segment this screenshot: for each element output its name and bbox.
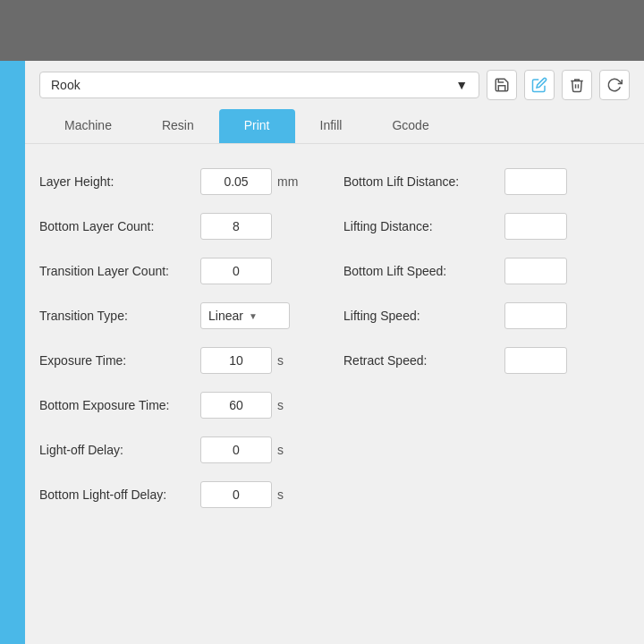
form-left: Layer Height: mm Bottom Layer Count: Tra…: [39, 162, 326, 514]
transition-type-value: Linear: [208, 309, 243, 323]
retract-speed-input[interactable]: [504, 347, 567, 374]
bottom-light-off-delay-row: Bottom Light-off Delay: s: [39, 475, 326, 514]
bottom-light-off-delay-unit: s: [277, 487, 295, 502]
bottom-layer-count-row: Bottom Layer Count:: [39, 207, 326, 246]
bottom-layer-count-label: Bottom Layer Count:: [39, 219, 200, 233]
layer-height-row: Layer Height: mm: [39, 162, 326, 201]
dropdown-arrow-icon: ▼: [455, 78, 468, 92]
light-off-delay-unit: s: [277, 443, 295, 457]
bottom-exposure-time-input[interactable]: [200, 392, 272, 419]
layer-height-label: Layer Height:: [39, 174, 200, 189]
lifting-speed-label: Lifting Speed:: [343, 309, 504, 323]
bottom-exposure-time-unit: s: [277, 398, 295, 412]
retract-speed-label: Retract Speed:: [343, 353, 504, 368]
lifting-distance-row: Lifting Distance:: [343, 207, 630, 246]
transition-type-label: Transition Type:: [39, 309, 200, 323]
profile-name: Rook: [51, 78, 80, 92]
pencil-icon: [531, 77, 547, 93]
tab-machine[interactable]: Machine: [39, 109, 137, 143]
save-icon: [494, 77, 510, 93]
tab-print[interactable]: Print: [219, 109, 295, 143]
transition-type-dropdown[interactable]: Linear ▼: [200, 302, 290, 329]
bottom-lift-distance-input[interactable]: [504, 168, 567, 195]
transition-layer-count-label: Transition Layer Count:: [39, 264, 200, 278]
bottom-exposure-time-label: Bottom Exposure Time:: [39, 398, 200, 412]
refresh-icon: [606, 77, 623, 93]
edit-button[interactable]: [524, 70, 555, 100]
light-off-delay-input[interactable]: [200, 436, 272, 463]
bottom-light-off-delay-label: Bottom Light-off Delay:: [39, 487, 200, 502]
transition-layer-count-input[interactable]: [200, 258, 272, 284]
trash-icon: [569, 77, 585, 93]
lifting-speed-input[interactable]: [504, 302, 567, 329]
layer-height-unit: mm: [277, 174, 295, 189]
transition-type-row: Transition Type: Linear ▼: [39, 296, 326, 335]
bottom-lift-speed-label: Bottom Lift Speed:: [343, 264, 504, 278]
bottom-lift-distance-label: Bottom Lift Distance:: [343, 174, 504, 189]
content-area: Rook ▼: [25, 61, 644, 644]
retract-speed-row: Retract Speed:: [343, 341, 630, 380]
light-off-delay-label: Light-off Delay:: [39, 443, 200, 457]
bottom-light-off-delay-input[interactable]: [200, 481, 272, 508]
sidebar: [0, 61, 25, 644]
exposure-time-row: Exposure Time: s: [39, 341, 326, 380]
layer-height-input[interactable]: [200, 168, 272, 195]
lifting-distance-input[interactable]: [504, 213, 567, 240]
exposure-time-input[interactable]: [200, 347, 272, 374]
top-bar: [0, 0, 644, 61]
transition-type-arrow: ▼: [249, 311, 258, 321]
toolbar: Rook ▼: [25, 61, 644, 109]
light-off-delay-row: Light-off Delay: s: [39, 430, 326, 470]
form-right: Bottom Lift Distance: Lifting Distance: …: [326, 162, 630, 514]
bottom-layer-count-input[interactable]: [200, 213, 272, 240]
exposure-time-unit: s: [277, 353, 295, 368]
bottom-lift-distance-row: Bottom Lift Distance:: [343, 162, 630, 201]
main-container: Rook ▼: [0, 61, 644, 644]
bottom-exposure-time-row: Bottom Exposure Time: s: [39, 386, 326, 425]
tabs-bar: Machine Resin Print Infill Gcode: [25, 109, 644, 144]
bottom-lift-speed-row: Bottom Lift Speed:: [343, 251, 630, 291]
refresh-button[interactable]: [599, 70, 630, 100]
delete-button[interactable]: [562, 70, 592, 100]
transition-layer-count-row: Transition Layer Count:: [39, 251, 326, 291]
tab-resin[interactable]: Resin: [137, 109, 219, 143]
tab-infill[interactable]: Infill: [295, 109, 368, 143]
tab-gcode[interactable]: Gcode: [367, 109, 453, 143]
save-button[interactable]: [487, 70, 517, 100]
lifting-distance-label: Lifting Distance:: [343, 219, 504, 233]
bottom-lift-speed-input[interactable]: [504, 258, 567, 284]
lifting-speed-row: Lifting Speed:: [343, 296, 630, 335]
exposure-time-label: Exposure Time:: [39, 353, 200, 368]
profile-dropdown[interactable]: Rook ▼: [39, 72, 479, 98]
form-body: Layer Height: mm Bottom Layer Count: Tra…: [25, 144, 644, 532]
